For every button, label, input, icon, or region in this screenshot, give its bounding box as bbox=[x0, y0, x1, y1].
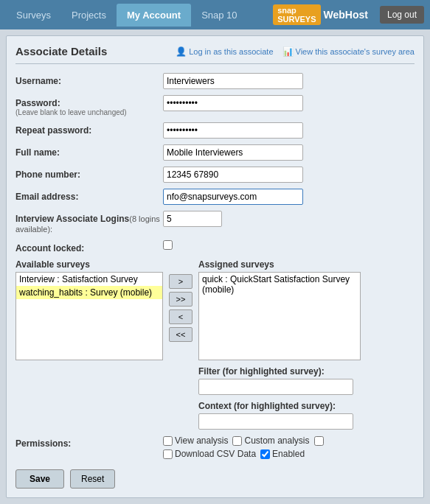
username-label: Username: bbox=[15, 73, 163, 86]
bottom-buttons: Save Reset bbox=[15, 469, 415, 489]
email-row: Email address: bbox=[15, 189, 415, 205]
move-all-left-button[interactable]: << bbox=[169, 327, 193, 342]
list-item[interactable]: Interview : Satisfaction Survey bbox=[16, 273, 162, 286]
custom-analysis-checkbox[interactable] bbox=[232, 436, 242, 446]
login-as-associate-label: Log in as this associate bbox=[189, 47, 273, 56]
surveys-section: Available surveys Interview : Satisfacti… bbox=[15, 259, 415, 435]
arrow-buttons: > >> < << bbox=[164, 274, 197, 342]
view-analysis-checkbox[interactable] bbox=[163, 436, 173, 446]
list-item[interactable]: quick : QuickStart Satisfaction Survey (… bbox=[199, 273, 360, 296]
context-row: Context (for highlighted survey): bbox=[198, 401, 361, 430]
view-analysis-perm[interactable]: View analysis bbox=[163, 435, 228, 446]
filter-row: Filter (for highlighted survey): bbox=[198, 366, 361, 395]
nav-tab-myaccount[interactable]: My Account bbox=[117, 4, 191, 27]
enabled-checkbox[interactable] bbox=[260, 449, 270, 459]
list-item[interactable]: watching_habits : Survey (mobile) bbox=[16, 286, 162, 299]
extra-perm[interactable] bbox=[314, 436, 324, 446]
repeat-password-row: Repeat password: bbox=[15, 122, 415, 139]
nav-tab-projects[interactable]: Projects bbox=[61, 4, 117, 27]
snap-logo: snapSURVEYS bbox=[273, 4, 320, 25]
nav-brand: snapSURVEYS WebHost Log out bbox=[273, 4, 424, 25]
permissions-label: Permissions: bbox=[15, 435, 163, 449]
view-survey-area-link[interactable]: 📊 View this associate's survey area bbox=[282, 46, 415, 57]
logout-button[interactable]: Log out bbox=[380, 6, 424, 24]
interview-logins-row: Interview Associate Logins(8 logins avai… bbox=[15, 211, 415, 234]
header-links: 👤 Log in as this associate 📊 View this a… bbox=[176, 46, 415, 57]
login-as-associate-link[interactable]: 👤 Log in as this associate bbox=[176, 46, 273, 57]
download-csv-perm[interactable]: Download CSV Data bbox=[163, 449, 256, 459]
view-analysis-label: View analysis bbox=[175, 435, 228, 446]
account-locked-checkbox[interactable] bbox=[163, 240, 173, 250]
password-input[interactable] bbox=[163, 95, 303, 111]
enabled-label: Enabled bbox=[272, 449, 305, 459]
available-surveys-label: Available surveys bbox=[15, 259, 163, 270]
webhost-label: WebHost bbox=[324, 9, 368, 21]
custom-analysis-label: Custom analysis bbox=[244, 435, 309, 446]
email-label: Email address: bbox=[15, 189, 163, 202]
main-content: Associate Details 👤 Log in as this assoc… bbox=[6, 35, 424, 498]
section-title: Associate Details bbox=[15, 45, 107, 57]
assigned-surveys-list[interactable]: quick : QuickStart Satisfaction Survey (… bbox=[198, 272, 361, 360]
password-hint: (Leave blank to leave unchanged) bbox=[15, 108, 163, 116]
fullname-row: Full name: bbox=[15, 144, 415, 161]
assigned-surveys-column: Assigned surveys quick : QuickStart Sati… bbox=[198, 259, 361, 435]
permissions-content: View analysis Custom analysis Download C… bbox=[163, 435, 415, 462]
move-left-button[interactable]: < bbox=[169, 309, 193, 324]
chart-icon: 📊 bbox=[282, 46, 294, 57]
email-input[interactable] bbox=[163, 189, 303, 205]
repeat-password-input[interactable] bbox=[163, 122, 303, 139]
section-header: Associate Details 👤 Log in as this assoc… bbox=[15, 45, 415, 64]
assigned-surveys-label: Assigned surveys bbox=[198, 259, 361, 270]
phone-label: Phone number: bbox=[15, 167, 163, 180]
permissions-row: Permissions: View analysis Custom analys… bbox=[15, 435, 415, 462]
username-input[interactable] bbox=[163, 73, 303, 89]
available-surveys-list[interactable]: Interview : Satisfaction Survey watching… bbox=[15, 272, 163, 360]
move-right-button[interactable]: > bbox=[169, 274, 193, 289]
enabled-perm[interactable]: Enabled bbox=[260, 449, 305, 459]
move-all-right-button[interactable]: >> bbox=[169, 292, 193, 307]
interview-logins-input[interactable] bbox=[163, 211, 222, 227]
save-button[interactable]: Save bbox=[15, 469, 64, 489]
extra-perm-checkbox[interactable] bbox=[314, 436, 324, 446]
nav-tab-surveys[interactable]: Surveys bbox=[6, 4, 61, 27]
context-input[interactable] bbox=[198, 413, 353, 430]
password-label: Password: (Leave blank to leave unchange… bbox=[15, 95, 163, 116]
available-surveys-column: Available surveys Interview : Satisfacti… bbox=[15, 259, 163, 360]
phone-input[interactable] bbox=[163, 167, 303, 183]
phone-row: Phone number: bbox=[15, 167, 415, 183]
download-csv-checkbox[interactable] bbox=[163, 449, 173, 459]
interview-logins-label: Interview Associate Logins(8 logins avai… bbox=[15, 211, 163, 234]
custom-analysis-perm[interactable]: Custom analysis bbox=[232, 435, 309, 446]
permissions-line-2: Download CSV Data Enabled bbox=[163, 449, 415, 459]
download-csv-label: Download CSV Data bbox=[175, 449, 256, 459]
permissions-line-1: View analysis Custom analysis bbox=[163, 435, 415, 446]
repeat-password-label: Repeat password: bbox=[15, 122, 163, 136]
nav-tab-snap10[interactable]: Snap 10 bbox=[191, 4, 247, 27]
context-label: Context (for highlighted survey): bbox=[198, 401, 361, 411]
username-row: Username: bbox=[15, 73, 415, 89]
person-icon: 👤 bbox=[176, 46, 187, 57]
filter-input[interactable] bbox=[198, 379, 353, 395]
account-locked-label: Account locked: bbox=[15, 240, 163, 253]
account-locked-row: Account locked: bbox=[15, 240, 415, 253]
brand-logo: snapSURVEYS WebHost bbox=[273, 4, 368, 25]
filter-label: Filter (for highlighted survey): bbox=[198, 366, 361, 377]
reset-button[interactable]: Reset bbox=[70, 469, 115, 489]
view-survey-area-label: View this associate's survey area bbox=[296, 47, 415, 56]
fullname-label: Full name: bbox=[15, 144, 163, 158]
password-row: Password: (Leave blank to leave unchange… bbox=[15, 95, 415, 116]
fullname-input[interactable] bbox=[163, 144, 303, 161]
top-nav: Surveys Projects My Account Snap 10 snap… bbox=[0, 0, 430, 29]
